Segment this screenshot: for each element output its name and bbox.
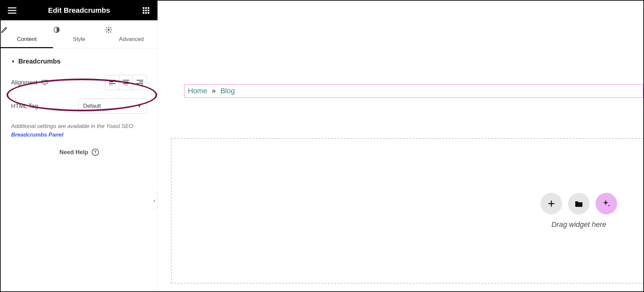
svg-point-10 — [108, 29, 110, 31]
section-toggle-breadcrumbs[interactable]: ▼ Breadcrumbs — [11, 58, 147, 65]
tab-content[interactable]: Content — [1, 20, 53, 48]
panel-body: ▼ Breadcrumbs Alignment — [1, 48, 157, 291]
alignment-button-group — [105, 75, 147, 90]
tab-style-label: Style — [73, 36, 85, 42]
editor-tabs: Content Style Advanced — [1, 20, 157, 48]
htmltag-row: HTML Tag Default ▼ — [11, 99, 147, 114]
settings-note: Additional settings are available in the… — [11, 122, 147, 139]
panel-title: Edit Breadcrumbs — [48, 6, 110, 15]
sidebar-header: Edit Breadcrumbs — [1, 1, 157, 20]
desktop-icon[interactable] — [41, 80, 48, 85]
align-right-button[interactable] — [133, 75, 147, 90]
tab-advanced-label: Advanced — [119, 36, 144, 42]
section-title: Breadcrumbs — [18, 58, 61, 65]
svg-rect-0 — [143, 7, 144, 9]
widget-dropzone[interactable]: Drag widget here — [171, 138, 643, 283]
htmltag-label: HTML Tag — [11, 103, 38, 110]
breadcrumb-item-home[interactable]: Home — [188, 87, 207, 95]
svg-rect-6 — [143, 12, 144, 14]
alignment-label: Alignment — [11, 79, 37, 86]
folder-icon — [575, 200, 583, 207]
alignment-row: Alignment — [11, 75, 147, 90]
svg-rect-8 — [148, 12, 149, 14]
gear-icon — [105, 26, 157, 33]
plus-icon — [547, 200, 555, 208]
menu-icon[interactable] — [7, 6, 17, 15]
htmltag-value: Default — [83, 103, 101, 109]
sparkle-icon — [602, 199, 611, 208]
breadcrumb-separator: » — [212, 87, 216, 95]
editor-canvas[interactable]: Home » Blog — [158, 1, 643, 291]
tab-style[interactable]: Style — [53, 20, 105, 48]
need-help-label: Need Help — [59, 149, 88, 156]
htmltag-select[interactable]: Default ▼ — [78, 99, 147, 114]
dropzone-hint: Drag widget here — [551, 220, 606, 229]
svg-rect-11 — [42, 80, 48, 84]
tab-content-label: Content — [17, 36, 37, 42]
svg-rect-7 — [145, 12, 147, 14]
svg-rect-3 — [143, 10, 144, 11]
need-help[interactable]: Need Help ? — [11, 139, 147, 166]
breadcrumb-item-blog[interactable]: Blog — [220, 87, 235, 95]
chevron-left-icon: ‹ — [154, 198, 155, 204]
svg-rect-1 — [145, 7, 147, 9]
svg-rect-4 — [145, 10, 147, 11]
breadcrumbs-panel-link[interactable]: Breadcrumbs Panel — [11, 132, 64, 138]
folder-button[interactable] — [568, 193, 590, 214]
ai-sparkle-button[interactable] — [596, 193, 617, 214]
chevron-down-icon: ▼ — [137, 103, 142, 109]
breadcrumb-widget[interactable]: Home » Blog — [184, 84, 643, 98]
help-icon: ? — [92, 149, 99, 156]
contrast-icon — [53, 26, 105, 33]
svg-rect-2 — [148, 7, 149, 9]
collapse-sidebar-button[interactable]: ‹ — [151, 192, 158, 210]
add-widget-button[interactable] — [541, 193, 562, 214]
editor-sidebar: Edit Breadcrumbs Content Style — [1, 1, 158, 291]
align-center-button[interactable] — [119, 75, 133, 90]
note-prefix: Additional settings are available in the… — [11, 123, 133, 129]
tab-advanced[interactable]: Advanced — [105, 20, 157, 48]
caret-down-icon: ▼ — [11, 59, 15, 64]
svg-rect-5 — [148, 10, 149, 11]
widgets-grid-icon[interactable] — [141, 6, 151, 15]
align-left-button[interactable] — [105, 75, 119, 90]
pencil-icon — [1, 26, 53, 33]
